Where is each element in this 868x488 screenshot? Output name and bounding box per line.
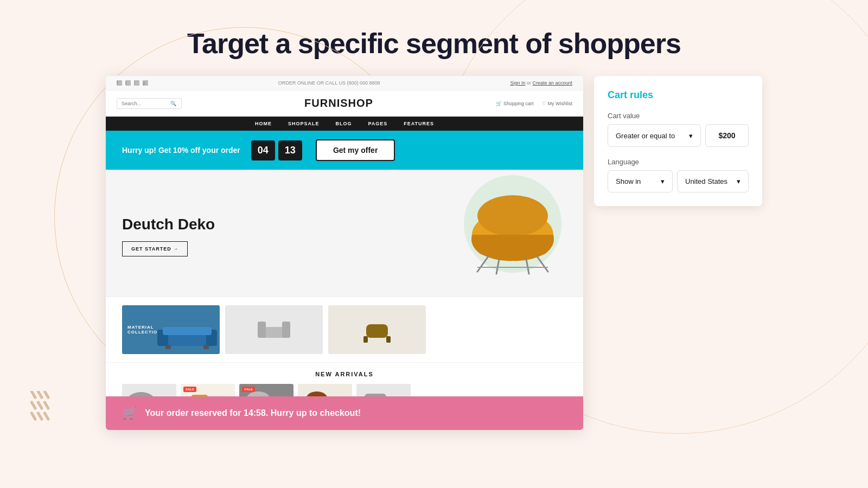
- search-icon[interactable]: 🔍: [170, 101, 176, 106]
- hero-chair: [458, 191, 567, 280]
- store-topbar: f t i p ORDER ONLINE OR CALL US (800) 00…: [106, 76, 583, 91]
- twitter-icon[interactable]: t: [125, 80, 131, 86]
- hero-section: Deutch Deko GET STARTED →: [106, 170, 583, 297]
- cart-value-amount: $200: [705, 124, 749, 147]
- search-input[interactable]: [122, 101, 170, 106]
- page-title: Target a specific segment of shoppers: [0, 0, 868, 76]
- sale-badge-2: SALE: [242, 387, 255, 392]
- country-select[interactable]: United States ▾: [677, 170, 749, 192]
- nav-pages[interactable]: PAGES: [368, 121, 387, 126]
- product-card-3[interactable]: [328, 305, 426, 354]
- svg-rect-4: [36, 401, 43, 410]
- countdown-minutes: 04: [251, 140, 275, 160]
- country-chevron-icon: ▾: [737, 177, 741, 185]
- svg-line-14: [526, 259, 529, 274]
- svg-rect-5: [43, 401, 50, 410]
- cart-rules-title: Cart rules: [608, 89, 749, 101]
- condition-chevron-icon: ▾: [689, 132, 693, 140]
- svg-rect-3: [30, 401, 37, 410]
- new-arrivals-title: NEW ARRIVALS: [122, 371, 567, 377]
- product-card-2[interactable]: [225, 305, 323, 354]
- order-banner-text: Your order reserved for 14:58. Hurry up …: [145, 408, 361, 418]
- show-in-select[interactable]: Show in ▾: [608, 170, 673, 192]
- hero-title: Deutch Deko: [122, 216, 458, 233]
- phone-text: ORDER ONLINE OR CALL US (800) 000 8808: [278, 80, 380, 86]
- svg-line-11: [477, 256, 488, 272]
- svg-rect-20: [165, 345, 171, 349]
- create-account-link[interactable]: Create an account: [532, 80, 572, 86]
- svg-rect-23: [258, 322, 266, 338]
- get-started-button[interactable]: GET STARTED →: [122, 241, 188, 256]
- search-box[interactable]: 🔍: [117, 98, 182, 109]
- cart-value-label: Cart value: [608, 112, 749, 120]
- language-row: Show in ▾ United States ▾: [608, 170, 749, 192]
- cart-icon: 🛒: [496, 101, 502, 106]
- store-header: 🔍 FURNISHOP 🛒 Shopping cart ♡ My Wishlis…: [106, 91, 583, 117]
- svg-rect-2: [43, 391, 50, 400]
- pinterest-icon[interactable]: p: [143, 80, 148, 86]
- svg-rect-27: [386, 336, 391, 343]
- nav-home[interactable]: HOME: [255, 121, 272, 126]
- sofa-image: [155, 322, 220, 351]
- instagram-icon[interactable]: i: [134, 80, 139, 86]
- cart-rules-panel: Cart rules Cart value Greater or equal t…: [594, 76, 762, 206]
- main-content: f t i p ORDER ONLINE OR CALL US (800) 00…: [0, 76, 868, 430]
- condition-text: Greater or equal to: [616, 132, 675, 140]
- cart-icon-banner: 🛒: [122, 406, 137, 420]
- svg-rect-26: [363, 336, 368, 343]
- svg-point-10: [477, 195, 548, 236]
- svg-rect-0: [30, 391, 37, 400]
- svg-rect-21: [203, 345, 209, 349]
- nav-features[interactable]: FEATURES: [404, 121, 434, 126]
- svg-rect-7: [36, 412, 43, 421]
- countdown: 04 13: [251, 140, 302, 160]
- hash-decoration: [30, 391, 62, 423]
- country-text: United States: [685, 177, 727, 185]
- cart-label: Shopping cart: [503, 101, 534, 106]
- material-label: MATERIAL: [127, 325, 154, 330]
- store-logo: FURNISHOP: [304, 97, 373, 110]
- browser-mockup: f t i p ORDER ONLINE OR CALL US (800) 00…: [106, 76, 583, 430]
- hero-text: Deutch Deko GET STARTED →: [122, 216, 458, 256]
- store-actions: 🛒 Shopping cart ♡ My Wishlist: [496, 101, 572, 106]
- nav-shopsale[interactable]: SHOPSALE: [288, 121, 320, 126]
- svg-rect-6: [30, 412, 37, 421]
- get-offer-button[interactable]: Get my offer: [316, 139, 395, 161]
- svg-rect-24: [282, 322, 290, 338]
- products-strip: MATERIAL COLLECTION: [106, 297, 583, 362]
- language-label: Language: [608, 158, 749, 166]
- countdown-seconds: 13: [278, 140, 302, 160]
- product-image-3: [355, 313, 399, 346]
- product-image-2: [252, 313, 296, 346]
- facebook-icon[interactable]: f: [117, 80, 122, 86]
- show-in-chevron-icon: ▾: [661, 177, 665, 185]
- chair-image: [458, 191, 567, 278]
- promo-text: Hurry up! Get 10% off your order: [122, 146, 240, 155]
- cart-value-row: Greater or equal to ▾ $200: [608, 124, 749, 147]
- svg-rect-19: [163, 327, 212, 335]
- wishlist-label: My Wishlist: [548, 101, 573, 106]
- cart-action[interactable]: 🛒 Shopping cart: [496, 101, 534, 106]
- store-nav: HOME SHOPSALE BLOG PAGES FEATURES: [106, 117, 583, 131]
- signin-link[interactable]: Sign In: [510, 80, 525, 86]
- svg-rect-8: [43, 412, 50, 421]
- show-in-text: Show in: [616, 177, 641, 185]
- wishlist-action[interactable]: ♡ My Wishlist: [542, 101, 573, 106]
- auth-links: Sign In or Create an account: [510, 80, 572, 86]
- svg-line-12: [537, 256, 548, 272]
- sale-badge-1: SALE: [183, 387, 196, 392]
- svg-rect-25: [366, 324, 388, 338]
- condition-select[interactable]: Greater or equal to ▾: [608, 124, 701, 147]
- svg-line-13: [496, 259, 499, 274]
- svg-rect-1: [36, 391, 43, 400]
- product-card-material[interactable]: MATERIAL COLLECTION: [122, 305, 220, 354]
- nav-blog[interactable]: BLOG: [335, 121, 352, 126]
- promo-banner: Hurry up! Get 10% off your order 04 13 G…: [106, 131, 583, 170]
- heart-icon: ♡: [542, 101, 546, 106]
- order-reserved-banner: 🛒 Your order reserved for 14:58. Hurry u…: [106, 396, 583, 430]
- social-icons: f t i p: [117, 80, 148, 86]
